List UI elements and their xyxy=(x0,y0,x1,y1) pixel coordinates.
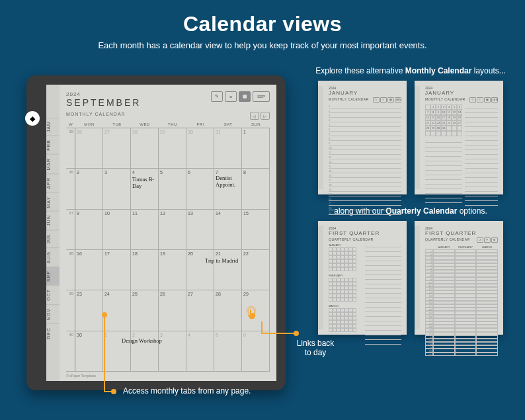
monthly-layout-1[interactable]: 2024 JANUARY MONTHLY CALENDAR✎≡▦JAN 1234… xyxy=(318,81,407,194)
month-tab-sep[interactable]: SEP xyxy=(46,267,60,285)
calendar-cell[interactable]: 3 xyxy=(159,331,186,372)
list-icon[interactable]: ≡ xyxy=(225,91,237,102)
day-header: FRI xyxy=(186,122,214,126)
calendar-cell[interactable]: 6 xyxy=(242,331,270,372)
calendar-cell[interactable]: 22 xyxy=(242,250,270,290)
callout-line xyxy=(261,333,294,334)
monthly-layouts-text: Explore these alternative Monthly Calend… xyxy=(315,66,506,75)
calendar-cell[interactable]: 2Design Workshop xyxy=(131,331,159,372)
calendar-cell[interactable]: 27 xyxy=(103,128,131,169)
calendar-cell[interactable]: 15 xyxy=(242,210,270,250)
callout-dot xyxy=(294,331,299,336)
calendar-month: SEPTEMBER xyxy=(66,97,141,108)
month-tab-jan[interactable]: JAN xyxy=(46,118,60,136)
month-tab-jul[interactable]: JUL xyxy=(46,230,60,247)
calendar-cell[interactable]: 30 xyxy=(75,331,103,372)
calendar-cell[interactable]: 23 xyxy=(75,290,103,331)
month-tab-oct[interactable]: OCT xyxy=(46,285,60,304)
week-number: 35 xyxy=(66,128,75,169)
calendar-cell[interactable]: 1 xyxy=(242,128,270,169)
month-tab-apr[interactable]: APR xyxy=(46,173,60,192)
calendar-cell[interactable]: 11 xyxy=(131,210,159,250)
calendar-cell[interactable]: 26 xyxy=(159,290,186,331)
callout-tabs: Access monthly tabs from any page. xyxy=(123,386,251,396)
copyright: © ePaper Templates xyxy=(66,372,270,378)
day-header: WED xyxy=(131,122,159,126)
calendar-cell[interactable]: 9 xyxy=(75,210,103,250)
tablet-frame: ◆ JANFEBMARAPRMAYJUNJULAUGSEPOCTNOVDEC 2… xyxy=(26,75,286,390)
day-header: SUN xyxy=(242,122,270,126)
calendar-cell[interactable]: 29 xyxy=(159,128,186,169)
month-tab-feb[interactable]: FEB xyxy=(46,136,60,154)
calendar-cell[interactable]: 4Tomas B-Day xyxy=(131,169,159,209)
monthly-layout-2[interactable]: 2024 JANUARY MONTHLY CALENDAR✎≡▦JAN 1234… xyxy=(415,81,503,194)
page-title: Calendar views xyxy=(0,0,525,36)
calendar-cell[interactable]: 10 xyxy=(103,210,131,250)
grid-icon[interactable]: ▦ xyxy=(239,91,251,102)
week-number: 36 xyxy=(66,169,75,209)
touch-icon xyxy=(245,306,261,321)
calendar-cell[interactable]: 5 xyxy=(214,331,242,372)
calendar-cell[interactable]: 17 xyxy=(103,250,131,290)
quarterly-layout-1[interactable]: 2024 FIRST QUARTER QUARTERLY CALENDAR JA… xyxy=(318,221,407,335)
section-label: MONTHLY CALENDAR xyxy=(66,112,126,120)
callout-dot xyxy=(111,389,116,394)
calendar-cell[interactable]: 19 xyxy=(159,250,186,290)
day-header: TUE xyxy=(103,122,131,126)
month-tabs: JANFEBMARAPRMAYJUNJULAUGSEPOCTNOVDEC xyxy=(46,85,60,381)
calendar-cell[interactable]: 8 xyxy=(242,169,270,209)
page-subtitle: Each month has a calendar view to help y… xyxy=(0,36,525,50)
calendar-cell[interactable]: 7Dentist Appoint. xyxy=(214,169,242,209)
month-tab-may[interactable]: MAY xyxy=(46,192,60,212)
calendar-cell[interactable]: 20 xyxy=(186,250,214,290)
week-number: 39 xyxy=(66,290,75,331)
callout-line xyxy=(104,316,105,392)
calendar-cell[interactable]: 27 xyxy=(186,290,214,331)
calendar-cell[interactable]: 4 xyxy=(186,331,214,372)
month-tab-aug[interactable]: AUG xyxy=(46,247,60,267)
tablet-screen: JANFEBMARAPRMAYJUNJULAUGSEPOCTNOVDEC 202… xyxy=(46,85,276,381)
month-tab-nov[interactable]: NOV xyxy=(46,304,60,323)
calendar-cell[interactable]: 26 xyxy=(75,128,103,169)
home-button[interactable]: ◆ xyxy=(25,111,40,126)
calendar-cell[interactable]: 31 xyxy=(214,128,242,169)
calendar-cell[interactable]: 28 xyxy=(131,128,159,169)
day-header: SAT xyxy=(214,122,242,126)
calendar-cell[interactable]: 28 xyxy=(214,290,242,331)
calendar-cell[interactable]: 12 xyxy=(159,210,186,250)
month-tab-mar[interactable]: MAR xyxy=(46,154,60,174)
week-number: 37 xyxy=(66,210,75,250)
callout-line xyxy=(261,321,262,333)
calendar-cell[interactable]: 14 xyxy=(214,210,242,250)
calendar-cell[interactable]: 18 xyxy=(131,250,159,290)
month-tab-jun[interactable]: JUN xyxy=(46,211,60,230)
calendar-cell[interactable]: 24 xyxy=(103,290,131,331)
day-header: THU xyxy=(159,122,186,126)
calendar-cell[interactable]: 2 xyxy=(75,169,103,209)
calendar-cell[interactable]: 21Trip to Madrid xyxy=(214,250,242,290)
calendar-cell[interactable]: 16 xyxy=(75,250,103,290)
prev-month[interactable]: ◁ xyxy=(250,112,259,120)
calendar-cell[interactable]: 25 xyxy=(131,290,159,331)
day-header: MON xyxy=(75,122,103,126)
day-header: W xyxy=(66,122,75,126)
calendar-cell[interactable]: 3 xyxy=(103,169,131,209)
month-selector[interactable]: SEP xyxy=(253,91,270,102)
edit-icon[interactable]: ✎ xyxy=(211,91,223,102)
calendar-cell[interactable]: 30 xyxy=(186,128,214,169)
calendar-cell[interactable]: 5 xyxy=(159,169,186,209)
week-number: 40 xyxy=(66,331,75,372)
calendar-cell[interactable]: 6 xyxy=(186,169,214,209)
calendar-cell[interactable]: 13 xyxy=(186,210,214,250)
week-number: 38 xyxy=(66,250,75,290)
calendar-year: 2024 xyxy=(66,91,141,97)
quarterly-layout-2[interactable]: 2024 FIRST QUARTER QUARTERLY CALENDARJFM… xyxy=(415,221,503,335)
month-tab-dec[interactable]: DEC xyxy=(46,323,60,343)
next-month[interactable]: ▷ xyxy=(261,112,270,120)
